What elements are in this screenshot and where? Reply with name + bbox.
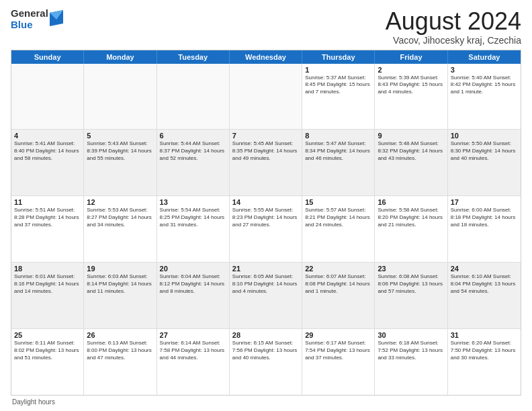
- logo-icon: [50, 10, 63, 29]
- calendar-cell: 10Sunrise: 5:50 AM Sunset: 8:30 PM Dayli…: [448, 130, 521, 195]
- calendar-cell: [157, 64, 230, 130]
- day-number: 6: [160, 132, 226, 140]
- day-info: Sunrise: 5:39 AM Sunset: 8:43 PM Dayligh…: [378, 75, 444, 96]
- header-friday: Friday: [375, 50, 447, 64]
- day-number: 15: [305, 198, 371, 206]
- calendar-cell: 11Sunrise: 5:51 AM Sunset: 8:28 PM Dayli…: [11, 196, 84, 262]
- day-info: Sunrise: 6:15 AM Sunset: 7:56 PM Dayligh…: [232, 340, 299, 361]
- calendar-cell: 17Sunrise: 6:00 AM Sunset: 8:18 PM Dayli…: [448, 196, 521, 262]
- day-number: 9: [378, 132, 444, 140]
- day-info: Sunrise: 6:03 AM Sunset: 8:14 PM Dayligh…: [87, 273, 153, 295]
- title-block: August 2024 Vacov, Jihocesky kraj, Czech…: [386, 8, 521, 46]
- day-number: 2: [378, 66, 444, 74]
- day-number: 30: [378, 331, 444, 339]
- calendar-cell: 15Sunrise: 5:57 AM Sunset: 8:21 PM Dayli…: [302, 196, 375, 262]
- calendar-cell: 6Sunrise: 5:44 AM Sunset: 8:37 PM Daylig…: [157, 130, 230, 195]
- day-info: Sunrise: 5:47 AM Sunset: 8:34 PM Dayligh…: [305, 140, 371, 162]
- day-info: Sunrise: 5:41 AM Sunset: 8:40 PM Dayligh…: [14, 140, 81, 162]
- calendar-cell: 20Sunrise: 6:04 AM Sunset: 8:12 PM Dayli…: [157, 263, 230, 328]
- day-number: 21: [232, 265, 299, 273]
- day-info: Sunrise: 5:43 AM Sunset: 8:39 PM Dayligh…: [87, 140, 153, 162]
- day-info: Sunrise: 6:14 AM Sunset: 7:58 PM Dayligh…: [160, 340, 226, 361]
- header-monday: Monday: [84, 50, 157, 64]
- calendar-cell: 12Sunrise: 5:53 AM Sunset: 8:27 PM Dayli…: [84, 196, 157, 262]
- calendar-row: 11Sunrise: 5:51 AM Sunset: 8:28 PM Dayli…: [11, 196, 521, 263]
- day-info: Sunrise: 5:37 AM Sunset: 8:45 PM Dayligh…: [305, 75, 371, 96]
- day-info: Sunrise: 5:51 AM Sunset: 8:28 PM Dayligh…: [14, 207, 81, 228]
- calendar-row: 25Sunrise: 6:11 AM Sunset: 8:02 PM Dayli…: [11, 329, 521, 395]
- day-number: 3: [451, 66, 518, 74]
- day-number: 29: [305, 331, 371, 339]
- calendar-row: 4Sunrise: 5:41 AM Sunset: 8:40 PM Daylig…: [11, 130, 521, 196]
- day-number: 28: [232, 331, 299, 339]
- day-info: Sunrise: 5:57 AM Sunset: 8:21 PM Dayligh…: [305, 207, 371, 228]
- header-thursday: Thursday: [302, 50, 375, 64]
- calendar-cell: 9Sunrise: 5:48 AM Sunset: 8:32 PM Daylig…: [375, 130, 447, 195]
- calendar-cell: 1Sunrise: 5:37 AM Sunset: 8:45 PM Daylig…: [302, 64, 375, 130]
- calendar-body: 1Sunrise: 5:37 AM Sunset: 8:45 PM Daylig…: [11, 64, 521, 395]
- day-number: 16: [378, 198, 444, 206]
- day-info: Sunrise: 6:11 AM Sunset: 8:02 PM Dayligh…: [14, 340, 81, 361]
- day-info: Sunrise: 5:55 AM Sunset: 8:23 PM Dayligh…: [232, 207, 299, 228]
- day-info: Sunrise: 6:05 AM Sunset: 8:10 PM Dayligh…: [232, 273, 299, 295]
- main-title: August 2024: [386, 8, 521, 35]
- day-number: 1: [305, 66, 371, 74]
- calendar-cell: 31Sunrise: 6:20 AM Sunset: 7:50 PM Dayli…: [448, 329, 521, 395]
- calendar-cell: 21Sunrise: 6:05 AM Sunset: 8:10 PM Dayli…: [230, 263, 302, 328]
- calendar-cell: 18Sunrise: 6:01 AM Sunset: 8:16 PM Dayli…: [11, 263, 84, 328]
- calendar-cell: 22Sunrise: 6:07 AM Sunset: 8:08 PM Dayli…: [302, 263, 375, 328]
- day-info: Sunrise: 5:50 AM Sunset: 8:30 PM Dayligh…: [451, 140, 518, 162]
- header-saturday: Saturday: [448, 50, 521, 64]
- day-number: 10: [451, 132, 518, 140]
- calendar-cell: 14Sunrise: 5:55 AM Sunset: 8:23 PM Dayli…: [230, 196, 302, 262]
- day-number: 26: [87, 331, 153, 339]
- day-info: Sunrise: 6:07 AM Sunset: 8:08 PM Dayligh…: [305, 273, 371, 295]
- calendar-cell: 27Sunrise: 6:14 AM Sunset: 7:58 PM Dayli…: [157, 329, 230, 395]
- day-info: Sunrise: 6:17 AM Sunset: 7:54 PM Dayligh…: [305, 340, 371, 361]
- logo-blue: Blue: [11, 19, 48, 31]
- header: General Blue August 2024 Vacov, Jihocesk…: [11, 8, 521, 46]
- calendar-cell: 29Sunrise: 6:17 AM Sunset: 7:54 PM Dayli…: [302, 329, 375, 395]
- day-number: 31: [451, 331, 518, 339]
- calendar-cell: 28Sunrise: 6:15 AM Sunset: 7:56 PM Dayli…: [230, 329, 302, 395]
- day-number: 17: [451, 198, 518, 206]
- header-sunday: Sunday: [11, 50, 84, 64]
- day-info: Sunrise: 6:20 AM Sunset: 7:50 PM Dayligh…: [451, 340, 518, 361]
- day-number: 18: [14, 265, 81, 273]
- day-info: Sunrise: 5:40 AM Sunset: 8:42 PM Dayligh…: [451, 75, 518, 96]
- calendar-cell: 30Sunrise: 6:18 AM Sunset: 7:52 PM Dayli…: [375, 329, 447, 395]
- day-number: 13: [160, 198, 226, 206]
- day-info: Sunrise: 5:53 AM Sunset: 8:27 PM Dayligh…: [87, 207, 153, 228]
- header-wednesday: Wednesday: [230, 50, 302, 64]
- day-info: Sunrise: 6:01 AM Sunset: 8:16 PM Dayligh…: [14, 273, 81, 295]
- calendar-cell: 24Sunrise: 6:10 AM Sunset: 8:04 PM Dayli…: [448, 263, 521, 328]
- day-info: Sunrise: 6:00 AM Sunset: 8:18 PM Dayligh…: [451, 207, 518, 228]
- calendar-row: 18Sunrise: 6:01 AM Sunset: 8:16 PM Dayli…: [11, 263, 521, 329]
- day-info: Sunrise: 5:44 AM Sunset: 8:37 PM Dayligh…: [160, 140, 226, 162]
- logo-text: General Blue: [11, 8, 48, 30]
- day-number: 14: [232, 198, 299, 206]
- day-number: 4: [14, 132, 81, 140]
- calendar-cell: 7Sunrise: 5:45 AM Sunset: 8:35 PM Daylig…: [230, 130, 302, 195]
- day-number: 23: [378, 265, 444, 273]
- day-info: Sunrise: 6:08 AM Sunset: 8:06 PM Dayligh…: [378, 273, 444, 295]
- calendar-header: Sunday Monday Tuesday Wednesday Thursday…: [11, 50, 521, 64]
- footer-note: Daylight hours: [11, 398, 521, 406]
- calendar-cell: 2Sunrise: 5:39 AM Sunset: 8:43 PM Daylig…: [375, 64, 447, 130]
- calendar-cell: 4Sunrise: 5:41 AM Sunset: 8:40 PM Daylig…: [11, 130, 84, 195]
- day-number: 19: [87, 265, 153, 273]
- calendar-cell: [84, 64, 157, 130]
- calendar-cell: 3Sunrise: 5:40 AM Sunset: 8:42 PM Daylig…: [448, 64, 521, 130]
- day-number: 7: [232, 132, 299, 140]
- day-info: Sunrise: 6:18 AM Sunset: 7:52 PM Dayligh…: [378, 340, 444, 361]
- calendar-cell: 13Sunrise: 5:54 AM Sunset: 8:25 PM Dayli…: [157, 196, 230, 262]
- logo-general: General: [11, 8, 48, 19]
- day-info: Sunrise: 5:58 AM Sunset: 8:20 PM Dayligh…: [378, 207, 444, 228]
- subtitle: Vacov, Jihocesky kraj, Czechia: [386, 35, 521, 46]
- calendar-cell: 25Sunrise: 6:11 AM Sunset: 8:02 PM Dayli…: [11, 329, 84, 395]
- day-number: 24: [451, 265, 518, 273]
- calendar-cell: 19Sunrise: 6:03 AM Sunset: 8:14 PM Dayli…: [84, 263, 157, 328]
- header-tuesday: Tuesday: [157, 50, 230, 64]
- calendar-cell: 23Sunrise: 6:08 AM Sunset: 8:06 PM Dayli…: [375, 263, 447, 328]
- day-number: 8: [305, 132, 371, 140]
